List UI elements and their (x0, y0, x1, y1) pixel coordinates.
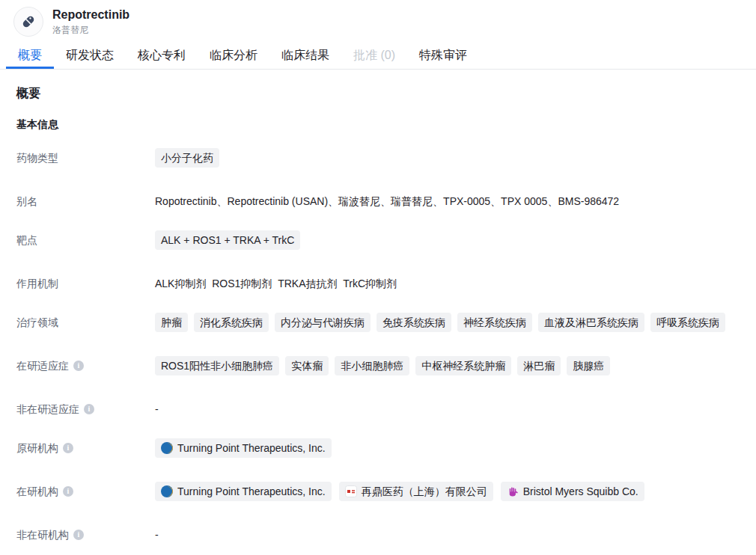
tag[interactable]: 中枢神经系统肿瘤 (415, 356, 511, 375)
tag[interactable]: 肿瘤 (155, 313, 188, 332)
info-icon[interactable]: i (73, 361, 84, 371)
field-value-targets: ALK + ROS1 + TRKA + TrkC (155, 230, 740, 254)
field-row-targets: 靶点ALK + ROS1 + TRKA + TrkC (16, 230, 740, 254)
tag[interactable]: 淋巴瘤 (517, 356, 561, 375)
field-value-aliases: Ropotrectinib、Repotrectinib (USAN)、瑞波替尼、… (155, 191, 740, 209)
tag[interactable]: 呼吸系统疾病 (650, 313, 725, 332)
tag[interactable]: 血液及淋巴系统疾病 (538, 313, 644, 332)
field-label-text: 在研机构 (16, 482, 58, 501)
company-chip[interactable]: Turning Point Therapeutics, Inc. (155, 482, 332, 501)
field-row-inactive-orgs: 非在研机构i- (16, 525, 740, 545)
tag[interactable]: 消化系统疾病 (194, 313, 269, 332)
turning-point-logo (161, 442, 173, 454)
tab-clinical-results[interactable]: 临床结果 (269, 46, 341, 69)
field-row-inactive-indications: 非在研适应症i- (16, 399, 740, 419)
company-name: 再鼎医药（上海）有限公司 (362, 484, 487, 499)
info-icon[interactable]: i (63, 443, 73, 453)
info-rows: 药物类型小分子化药别名Ropotrectinib、Repotrectinib (… (16, 148, 740, 555)
drug-chinese-name: 洛普替尼 (52, 24, 129, 36)
company-name: Turning Point Therapeutics, Inc. (177, 484, 326, 499)
field-value-originator: Turning Point Therapeutics, Inc. (155, 438, 740, 462)
field-label-text: 靶点 (16, 230, 37, 250)
field-label-text: 治疗领域 (16, 313, 58, 332)
tab-approval[interactable]: 批准 (0) (341, 46, 407, 69)
field-label-text: 在研适应症 (16, 356, 69, 375)
company-name: Bristol Myers Squibb Co. (523, 484, 638, 499)
overview-content: 概要 基本信息 药物类型小分子化药别名Ropotrectinib、Repotre… (0, 70, 756, 555)
field-value-inactive-orgs: - (155, 525, 740, 542)
tag[interactable]: 内分泌与代谢疾病 (275, 313, 371, 332)
tag[interactable]: 神经系统疾病 (457, 313, 532, 332)
field-label-therapy-areas: 治疗领域 (16, 313, 155, 332)
field-label-targets: 靶点 (16, 230, 155, 250)
field-label-inactive-orgs: 非在研机构i (16, 525, 155, 545)
tag[interactable]: 胰腺癌 (567, 356, 610, 375)
tab-clinical-analysis[interactable]: 临床分析 (198, 46, 269, 69)
field-value-drug-type: 小分子化药 (155, 148, 740, 172)
page-title: Repotrectinib (52, 7, 129, 22)
drug-header: Repotrectinib 洛普替尼 (0, 0, 756, 37)
tag[interactable]: 非小细胞肺癌 (335, 356, 409, 375)
company-chip[interactable]: Turning Point Therapeutics, Inc. (155, 438, 332, 458)
field-row-active-indications: 在研适应症iROS1阳性非小细胞肺癌实体瘤非小细胞肺癌中枢神经系统肿瘤淋巴瘤胰腺… (16, 356, 740, 380)
field-label-text: 非在研适应症 (16, 399, 79, 419)
zai-lab-logo (345, 485, 357, 497)
turning-point-logo (161, 485, 173, 497)
field-row-active-orgs: 在研机构iTurning Point Therapeutics, Inc.再鼎医… (16, 482, 740, 506)
info-icon[interactable]: i (73, 530, 84, 540)
tab-overview[interactable]: 概要 (6, 46, 54, 69)
tab-bar: 概要研发状态核心专利临床分析临床结果批准 (0)特殊审评 (0, 46, 756, 70)
tab-core-patents[interactable]: 核心专利 (126, 46, 198, 69)
tag[interactable]: ROS1阳性非小细胞肺癌 (155, 356, 279, 375)
field-row-drug-type: 药物类型小分子化药 (16, 148, 740, 172)
field-row-aliases: 别名Ropotrectinib、Repotrectinib (USAN)、瑞波替… (16, 191, 740, 211)
tag[interactable]: 实体瘤 (285, 356, 329, 375)
tag[interactable]: ALK + ROS1 + TRKA + TrkC (155, 230, 300, 250)
field-label-drug-type: 药物类型 (16, 148, 155, 168)
company-chip[interactable]: Bristol Myers Squibb Co. (501, 482, 644, 501)
field-value-therapy-areas: 肿瘤消化系统疾病内分泌与代谢疾病免疫系统疾病神经系统疾病血液及淋巴系统疾病呼吸系… (155, 313, 740, 337)
field-value-active-orgs: Turning Point Therapeutics, Inc.再鼎医药（上海）… (155, 482, 740, 506)
field-value-active-indications: ROS1阳性非小细胞肺癌实体瘤非小细胞肺癌中枢神经系统肿瘤淋巴瘤胰腺癌 (155, 356, 740, 380)
tag[interactable]: 免疫系统疾病 (377, 313, 451, 332)
field-value-inactive-indications: - (155, 399, 740, 417)
field-label-text: 药物类型 (16, 148, 58, 168)
field-label-text: 别名 (16, 191, 37, 211)
tab-rd-status[interactable]: 研发状态 (54, 46, 126, 69)
field-label-originator: 原研机构i (16, 438, 155, 458)
company-chip[interactable]: 再鼎医药（上海）有限公司 (339, 482, 493, 501)
field-row-mechanism: 作用机制ALK抑制剂 ROS1抑制剂 TRKA拮抗剂 TrkC抑制剂 (16, 274, 740, 293)
field-row-therapy-areas: 治疗领域肿瘤消化系统疾病内分泌与代谢疾病免疫系统疾病神经系统疾病血液及淋巴系统疾… (16, 313, 740, 337)
pill-icon (20, 13, 37, 30)
section-title: 概要 (16, 85, 740, 102)
field-label-text: 原研机构 (16, 438, 58, 458)
field-label-aliases: 别名 (16, 191, 155, 211)
subsection-title: 基本信息 (16, 117, 740, 132)
field-label-inactive-indications: 非在研适应症i (16, 399, 155, 419)
field-label-text: 作用机制 (16, 274, 58, 293)
tab-special-review[interactable]: 特殊审评 (407, 46, 479, 69)
field-row-originator: 原研机构iTurning Point Therapeutics, Inc. (16, 438, 740, 462)
field-label-mechanism: 作用机制 (16, 274, 155, 293)
field-label-active-orgs: 在研机构i (16, 482, 155, 501)
tag[interactable]: 小分子化药 (155, 148, 219, 168)
info-icon[interactable]: i (84, 404, 94, 414)
field-label-active-indications: 在研适应症i (16, 356, 155, 375)
company-name: Turning Point Therapeutics, Inc. (177, 441, 326, 456)
drug-avatar (13, 7, 43, 37)
field-value-mechanism: ALK抑制剂 ROS1抑制剂 TRKA拮抗剂 TrkC抑制剂 (155, 274, 740, 291)
field-label-text: 非在研机构 (16, 525, 69, 545)
bms-logo (507, 485, 519, 497)
info-icon[interactable]: i (63, 486, 73, 497)
